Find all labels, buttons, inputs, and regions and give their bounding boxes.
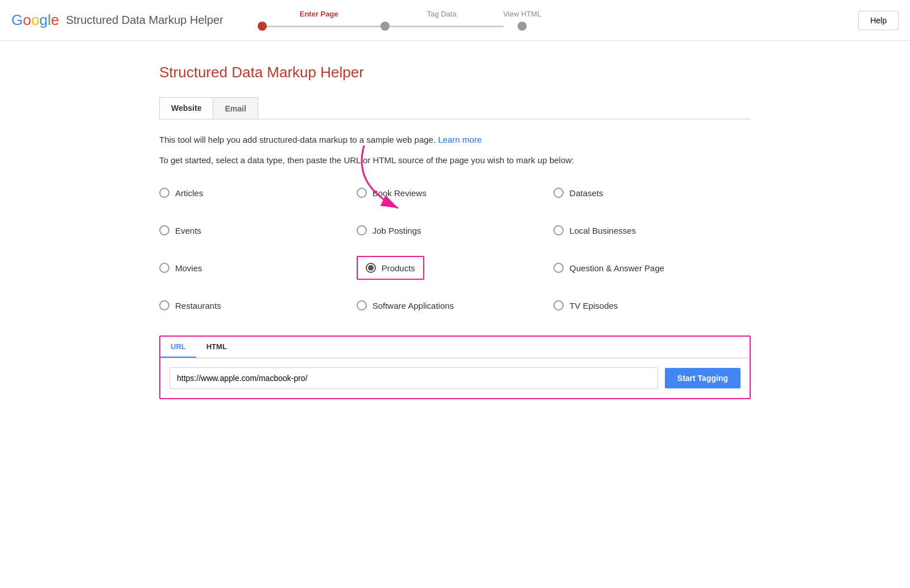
radio-articles[interactable]: Articles	[159, 180, 203, 206]
main-tabs: Website Email	[159, 97, 751, 119]
radio-question-answer[interactable]: Question & Answer Page	[553, 255, 664, 281]
radio-label-datasets: Datasets	[569, 188, 603, 198]
google-logo: Google	[11, 11, 59, 29]
radio-products[interactable]: Products	[357, 256, 424, 280]
url-input[interactable]	[169, 367, 658, 389]
radio-circle-tv-episodes	[553, 300, 564, 310]
radio-tv-episodes[interactable]: TV Episodes	[553, 292, 618, 318]
radio-datasets[interactable]: Datasets	[553, 180, 603, 206]
radio-circle-products	[366, 263, 376, 273]
step-enter-page-label: Enter Page	[300, 10, 338, 18]
url-section: URL HTML Start Tagging	[159, 336, 751, 399]
description-1: This tool will help you add structured-d…	[159, 133, 751, 147]
radio-circle-datasets	[553, 188, 564, 198]
radio-label-products: Products	[382, 263, 415, 273]
step-connector-2	[390, 26, 503, 27]
radio-circle-job-postings	[357, 225, 367, 235]
data-type-row-2: Events Job Postings Local Businesses	[159, 212, 751, 249]
radio-label-restaurants: Restaurants	[175, 301, 221, 310]
step-view-html-dot	[518, 22, 527, 31]
radio-label-local-businesses: Local Businesses	[569, 226, 636, 235]
step-enter-page-dot	[258, 22, 267, 31]
step-tag-data-label: Tag Data	[427, 10, 457, 18]
radio-circle-local-businesses	[553, 225, 564, 235]
radio-local-businesses[interactable]: Local Businesses	[553, 217, 636, 243]
radio-movies[interactable]: Movies	[159, 255, 202, 281]
url-input-row: Start Tagging	[160, 358, 750, 398]
radio-circle-restaurants	[159, 300, 169, 310]
radio-label-tv-episodes: TV Episodes	[569, 301, 618, 310]
step-tag-data: Tag Data	[380, 10, 503, 31]
tab-website[interactable]: Website	[159, 97, 213, 119]
data-type-selection: Articles Book Reviews Datasets	[159, 174, 751, 324]
radio-circle-book-reviews	[357, 188, 367, 198]
radio-events[interactable]: Events	[159, 217, 201, 243]
radio-book-reviews[interactable]: Book Reviews	[357, 180, 427, 206]
radio-label-events: Events	[175, 226, 201, 235]
data-type-row-4: Restaurants Software Applications TV Epi…	[159, 287, 751, 324]
radio-circle-software-applications	[357, 300, 367, 310]
radio-restaurants[interactable]: Restaurants	[159, 292, 221, 318]
radio-label-movies: Movies	[175, 263, 202, 273]
url-tab-html[interactable]: HTML	[196, 337, 237, 358]
data-type-row-1: Articles Book Reviews Datasets	[159, 174, 751, 212]
step-connector-1	[267, 26, 380, 27]
radio-label-book-reviews: Book Reviews	[373, 188, 427, 198]
url-tab-url[interactable]: URL	[160, 337, 196, 358]
radio-job-postings[interactable]: Job Postings	[357, 217, 421, 243]
radio-label-question-answer: Question & Answer Page	[569, 263, 664, 273]
step-enter-page: Enter Page	[258, 10, 380, 31]
stepper: Enter Page Tag Data View HTML	[258, 10, 859, 31]
radio-label-articles: Articles	[175, 188, 203, 198]
help-button[interactable]: Help	[858, 11, 899, 30]
radio-circle-movies	[159, 263, 169, 273]
radio-label-software-applications: Software Applications	[373, 301, 454, 310]
description-2: To get started, select a data type, then…	[159, 154, 751, 167]
header-title: Structured Data Markup Helper	[66, 14, 224, 27]
radio-circle-events	[159, 225, 169, 235]
step-view-html-label: View HTML	[503, 10, 541, 18]
url-tabs: URL HTML	[160, 337, 750, 358]
data-type-row-3: Movies Products Question & Answer Page	[159, 249, 751, 287]
step-view-html: View HTML	[503, 10, 541, 31]
step-tag-data-dot	[380, 22, 390, 31]
page-title: Structured Data Markup Helper	[159, 64, 751, 81]
radio-circle-question-answer	[553, 263, 564, 273]
start-tagging-button[interactable]: Start Tagging	[665, 368, 741, 388]
main-content: Structured Data Markup Helper Website Em…	[91, 41, 819, 422]
tab-email[interactable]: Email	[213, 97, 258, 119]
learn-more-link[interactable]: Learn more	[438, 135, 482, 144]
radio-label-job-postings: Job Postings	[373, 226, 421, 235]
app-header: Google Structured Data Markup Helper Ent…	[0, 0, 910, 41]
radio-circle-articles	[159, 188, 169, 198]
radio-software-applications[interactable]: Software Applications	[357, 292, 454, 318]
